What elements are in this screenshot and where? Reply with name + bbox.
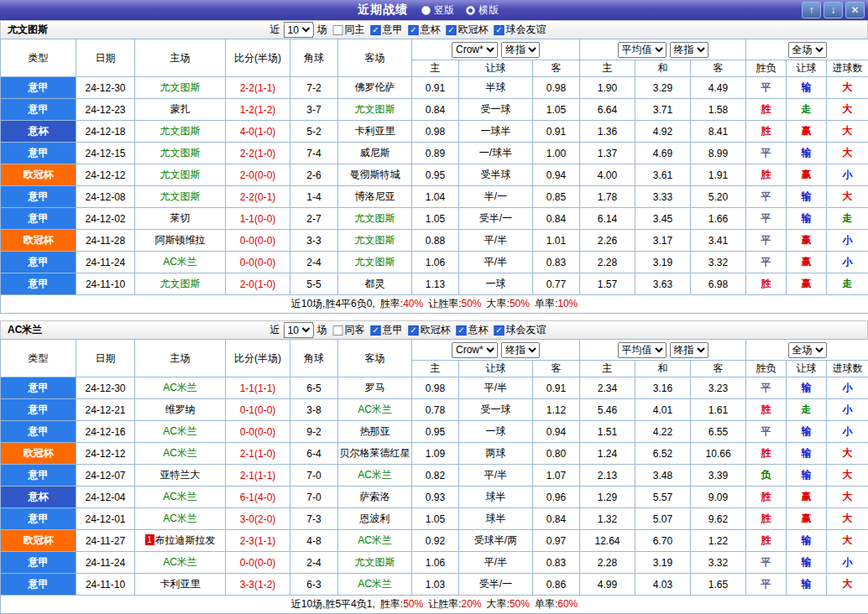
layout-radio-horizontal[interactable]: 横版	[466, 3, 499, 18]
down-arrow-icon: ↓	[831, 4, 836, 16]
result-handicap-result: 赢	[787, 273, 827, 295]
average-odds: 1.22	[691, 530, 746, 552]
away-team[interactable]: AC米兰	[338, 399, 412, 421]
away-team[interactable]: 尤文图斯	[338, 208, 412, 230]
away-team[interactable]: 贝尔格莱德红星	[338, 443, 412, 465]
home-team[interactable]: 阿斯顿维拉	[135, 230, 226, 252]
column-header: 类型	[1, 39, 76, 77]
filter-checkbox-2[interactable]: ✓意杯	[409, 23, 441, 37]
handicap-odds: 平/半	[459, 552, 533, 574]
away-team[interactable]: 罗马	[338, 377, 412, 399]
away-team[interactable]: 博洛尼亚	[338, 186, 412, 208]
away-team[interactable]: 尤文图斯	[338, 552, 412, 574]
bookmaker-select[interactable]: Crow*	[452, 342, 498, 358]
filter-checkbox-0[interactable]: 同客	[333, 323, 365, 337]
away-team[interactable]: 尤文图斯	[338, 99, 412, 121]
average-stage-select[interactable]: 终指	[670, 342, 709, 358]
away-team[interactable]: 尤文图斯	[338, 230, 412, 252]
match-date: 24-12-18	[76, 121, 135, 143]
away-team[interactable]: AC米兰	[338, 574, 412, 596]
filter-checkbox-4[interactable]: ✓球会友谊	[494, 23, 546, 37]
result-handicap-result: 输	[787, 77, 827, 99]
filter-checkbox-0[interactable]: 同主	[333, 23, 365, 37]
average-odds: 2.28	[580, 552, 635, 574]
scroll-up-button[interactable]: ↑	[802, 2, 821, 18]
average-odds: 10.66	[691, 443, 746, 465]
home-team[interactable]: AC米兰	[135, 421, 226, 443]
summary-row: 近10场,胜4平6负0,胜率:40%让胜率:50%大率:50%单率:10%	[1, 295, 868, 314]
result-goals-result: 走	[827, 208, 868, 230]
filter-checkbox-2[interactable]: ✓欧冠杯	[409, 323, 451, 337]
scope-select[interactable]: 全场	[788, 42, 827, 58]
match-date: 24-11-28	[76, 230, 135, 252]
home-team[interactable]: 尤文图斯	[135, 164, 226, 186]
home-team[interactable]: AC米兰	[135, 487, 226, 508]
filter-checkbox-1[interactable]: ✓意甲	[371, 23, 403, 37]
close-button[interactable]: ✕	[845, 2, 865, 18]
layout-radio-vertical[interactable]: 竖版	[421, 3, 454, 18]
result-handicap-result: 输	[787, 377, 827, 399]
average-source-select[interactable]: 平均值	[618, 42, 667, 58]
away-team[interactable]: 曼彻斯特城	[338, 164, 412, 186]
odds-stage-select[interactable]: 终指	[501, 42, 540, 58]
filter-checkbox-3[interactable]: ✓意杯	[457, 323, 489, 337]
result-handicap-result: 赢	[787, 508, 827, 530]
home-team[interactable]: 1布拉迪斯拉发	[135, 530, 226, 552]
column-header: 比分(半场)	[226, 340, 290, 377]
away-team[interactable]: AC米兰	[338, 465, 412, 487]
handicap-odds: 平/半	[459, 465, 533, 487]
home-team[interactable]: 尤文图斯	[135, 273, 226, 295]
match-date: 24-12-08	[76, 186, 135, 208]
result-win-draw-loss: 胜	[746, 508, 787, 530]
games-count-select[interactable]: 10	[284, 322, 314, 338]
games-count-select[interactable]: 10	[284, 22, 314, 38]
away-team[interactable]: 恩波利	[338, 508, 412, 530]
home-team[interactable]: AC米兰	[135, 443, 226, 465]
home-team[interactable]: AC米兰	[135, 508, 226, 530]
away-team[interactable]: 威尼斯	[338, 143, 412, 164]
away-team[interactable]: 佛罗伦萨	[338, 77, 412, 99]
average-source-select[interactable]: 平均值	[618, 342, 667, 358]
home-team[interactable]: 蒙扎	[135, 99, 226, 121]
handicap-odds: 0.92	[412, 530, 459, 552]
home-team[interactable]: 莱切	[135, 208, 226, 230]
average-odds: 4.99	[580, 574, 635, 596]
competition-badge: 意杯	[1, 121, 76, 143]
away-team[interactable]: 尤文图斯	[338, 252, 412, 273]
average-stage-select[interactable]: 终指	[670, 42, 709, 58]
home-team[interactable]: 尤文图斯	[135, 77, 226, 99]
handicap-odds: 0.96	[533, 487, 580, 508]
sub-column-header: 让球	[459, 60, 533, 77]
away-team[interactable]: 都灵	[338, 273, 412, 295]
home-team[interactable]: 尤文图斯	[135, 121, 226, 143]
filter-checkbox-3[interactable]: ✓欧冠杯	[447, 23, 489, 37]
home-team[interactable]: AC米兰	[135, 377, 226, 399]
checkbox-icon	[333, 325, 343, 336]
home-team[interactable]: 亚特兰大	[135, 465, 226, 487]
average-odds: 1.37	[580, 143, 635, 164]
home-team[interactable]: 卡利亚里	[135, 574, 226, 596]
home-team[interactable]: AC米兰	[135, 252, 226, 273]
away-team[interactable]: 卡利亚里	[338, 121, 412, 143]
handicap-odds: 0.80	[533, 443, 580, 465]
handicap-odds-header: Crow*终指	[412, 340, 580, 361]
away-team[interactable]: 萨索洛	[338, 487, 412, 508]
competition-badge: 意甲	[1, 208, 76, 230]
odds-stage-select[interactable]: 终指	[501, 342, 540, 358]
filter-checkbox-1[interactable]: ✓意甲	[371, 323, 403, 337]
result-goals-result: 小	[827, 377, 868, 399]
scope-select[interactable]: 全场	[788, 342, 827, 358]
home-team[interactable]: AC米兰	[135, 552, 226, 574]
result-handicap-result: 输	[787, 530, 827, 552]
home-team[interactable]: 尤文图斯	[135, 186, 226, 208]
bookmaker-select[interactable]: Crow*	[452, 42, 498, 58]
filter-checkbox-4[interactable]: ✓球会友谊	[494, 323, 546, 337]
handicap-odds: 0.94	[533, 421, 580, 443]
home-team[interactable]: 尤文图斯	[135, 143, 226, 164]
handicap-odds: 0.84	[533, 208, 580, 230]
away-team[interactable]: AC米兰	[338, 530, 412, 552]
away-team[interactable]: 热那亚	[338, 421, 412, 443]
home-team[interactable]: 维罗纳	[135, 399, 226, 421]
handicap-odds: 0.89	[412, 143, 459, 164]
scroll-down-button[interactable]: ↓	[824, 2, 843, 18]
